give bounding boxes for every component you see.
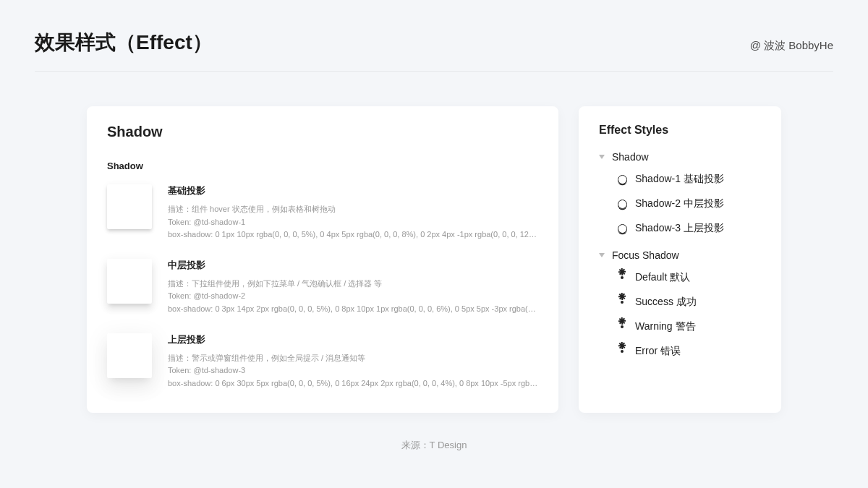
page-header: 效果样式（Effect） @ 波波 BobbyHe xyxy=(35,29,833,72)
tree-item-focus-error[interactable]: Error 错误 xyxy=(599,339,761,364)
tree-item-label: Error 错误 xyxy=(635,345,681,358)
focus-style-icon xyxy=(616,346,628,357)
tree-item-label: Shadow-1 基础投影 xyxy=(635,173,724,186)
shadow-desc: 描述：下拉组件使用，例如下拉菜单 / 气泡确认框 / 选择器 等 xyxy=(168,278,538,291)
effect-styles-card: Effect Styles Shadow Shadow-1 基础投影 Shado… xyxy=(579,106,781,413)
shadow-swatch-2 xyxy=(107,259,152,304)
effect-styles-heading: Effect Styles xyxy=(599,124,761,137)
chevron-down-icon xyxy=(599,253,605,257)
author-credit: @ 波波 BobbyHe xyxy=(750,39,833,53)
shadow-token: Token: @td-shadow-2 xyxy=(168,290,538,303)
shadow-css: box-shadow: 0 1px 10px rgba(0, 0, 0, 5%)… xyxy=(168,228,538,241)
shadow-desc: 描述：警示或弹窗组件使用，例如全局提示 / 消息通知等 xyxy=(168,352,538,365)
shadow-swatch-1 xyxy=(107,184,152,229)
tree-group-shadow[interactable]: Shadow xyxy=(599,147,761,167)
tree-item-label: Default 默认 xyxy=(635,271,690,284)
shadow-item: 中层投影 描述：下拉组件使用，例如下拉菜单 / 气泡确认框 / 选择器 等 To… xyxy=(107,259,538,316)
page-title: 效果样式（Effect） xyxy=(35,29,213,56)
shadow-token: Token: @td-shadow-3 xyxy=(168,364,538,377)
shadow-swatch-3 xyxy=(107,333,152,378)
shadow-token: Token: @td-shadow-1 xyxy=(168,216,538,229)
focus-style-icon xyxy=(616,321,628,333)
focus-style-icon xyxy=(616,272,628,283)
shadow-name: 基础投影 xyxy=(168,184,538,197)
focus-style-icon xyxy=(616,296,628,308)
shadow-css: box-shadow: 0 3px 14px 2px rgba(0, 0, 0,… xyxy=(168,303,538,316)
shadow-name: 上层投影 xyxy=(168,333,538,346)
shadow-desc: 描述：组件 hover 状态使用，例如表格和树拖动 xyxy=(168,203,538,216)
tree-item-label: Warning 警告 xyxy=(635,320,696,333)
tree-item-label: Success 成功 xyxy=(635,296,697,309)
shadow-card: Shadow Shadow 基础投影 描述：组件 hover 状态使用，例如表格… xyxy=(87,106,558,413)
tree-item-shadow-2[interactable]: Shadow-2 中层投影 xyxy=(599,192,761,216)
tree-item-shadow-1[interactable]: Shadow-1 基础投影 xyxy=(599,167,761,192)
effect-styles-tree: Shadow Shadow-1 基础投影 Shadow-2 中层投影 Shado… xyxy=(599,147,761,364)
shadow-css: box-shadow: 0 6px 30px 5px rgba(0, 0, 0,… xyxy=(168,377,538,390)
tree-item-label: Shadow-3 上层投影 xyxy=(635,222,724,235)
shadow-section-label: Shadow xyxy=(107,160,538,171)
shadow-item: 基础投影 描述：组件 hover 状态使用，例如表格和树拖动 Token: @t… xyxy=(107,184,538,241)
shadow-style-icon xyxy=(616,174,628,185)
tree-group-focus-shadow[interactable]: Focus Shadow xyxy=(599,245,761,265)
tree-item-focus-warning[interactable]: Warning 警告 xyxy=(599,314,761,339)
tree-item-shadow-3[interactable]: Shadow-3 上层投影 xyxy=(599,216,761,241)
shadow-style-icon xyxy=(616,198,628,210)
tree-item-focus-success[interactable]: Success 成功 xyxy=(599,290,761,314)
footer-credit: 来源：T Design xyxy=(35,439,833,452)
tree-item-label: Shadow-2 中层投影 xyxy=(635,197,724,210)
shadow-name: 中层投影 xyxy=(168,259,538,272)
shadow-item: 上层投影 描述：警示或弹窗组件使用，例如全局提示 / 消息通知等 Token: … xyxy=(107,333,538,390)
chevron-down-icon xyxy=(599,155,605,159)
tree-item-focus-default[interactable]: Default 默认 xyxy=(599,265,761,290)
tree-group-label: Shadow xyxy=(612,151,649,163)
shadow-style-icon xyxy=(616,223,628,234)
shadow-card-heading: Shadow xyxy=(107,124,538,140)
tree-group-label: Focus Shadow xyxy=(612,249,679,261)
